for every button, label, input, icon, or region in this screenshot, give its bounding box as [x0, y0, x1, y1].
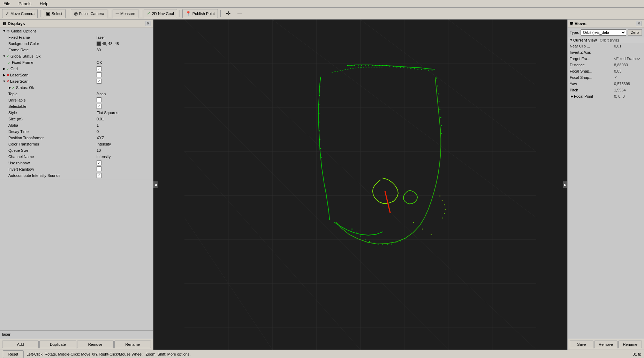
views-save-button[interactable]: Save	[570, 341, 593, 348]
toolbar-separator-6	[220, 10, 221, 17]
size-value: 0,01	[97, 117, 152, 121]
autocompute-checkbox[interactable]	[97, 173, 152, 178]
focal-point-row[interactable]: ▶ Focal Point 0; 0; 0	[568, 93, 644, 99]
views-rename-button[interactable]: Rename	[618, 341, 642, 348]
background-color-label: Background Color	[8, 42, 97, 46]
menu-panels[interactable]: Panels	[16, 1, 33, 7]
selectable-checkbox-box[interactable]	[97, 104, 101, 109]
current-view-type-label: Orbit (rviz)	[600, 38, 619, 42]
laserscan2-checkbox[interactable]	[97, 79, 152, 84]
toolbar-separator-2	[68, 10, 68, 17]
duplicate-button[interactable]: Duplicate	[39, 341, 76, 348]
invert-rainbow-checkbox-box[interactable]	[97, 166, 101, 171]
measure-button[interactable]: ─ Measure	[113, 9, 138, 18]
svg-rect-75	[320, 148, 321, 149]
autocompute-checkbox-box[interactable]	[97, 173, 101, 178]
laserscan2-row[interactable]: ▼ ✕ LaserScan	[0, 78, 153, 84]
fixed-frame-value: laser	[97, 35, 152, 39]
grid-checkbox[interactable]	[97, 66, 152, 71]
displays-buttons-bar: Add Duplicate Remove Rename	[0, 339, 153, 350]
color-transformer-row: Color Transformer Intensity	[0, 141, 153, 147]
global-options-expand[interactable]: ▼	[2, 29, 6, 33]
laserscan2-status-expand[interactable]: ▶	[8, 86, 12, 89]
unreliable-checkbox[interactable]	[97, 97, 152, 103]
menu-file[interactable]: File	[1, 1, 12, 7]
laserscan1-expand[interactable]: ▶	[2, 73, 6, 77]
fixed-frame-status-label: Fixed Frame	[11, 60, 97, 65]
views-type-select[interactable]: Orbit (rviz_defa	[581, 29, 626, 36]
2d-nav-goal-button[interactable]: ✓ 2D Nav Goal	[144, 9, 177, 18]
laserscan1-checkbox-box[interactable]	[97, 72, 101, 77]
svg-rect-49	[439, 102, 440, 103]
laserscan2-expand[interactable]: ▼	[2, 80, 6, 83]
invert-z-row: Invert Z Axis	[568, 49, 644, 55]
svg-rect-25	[361, 65, 362, 66]
selectable-checkbox[interactable]	[97, 104, 152, 109]
empty-space	[0, 179, 153, 330]
remove-button[interactable]: Remove	[77, 341, 114, 348]
svg-rect-58	[387, 244, 388, 245]
extra-plus-button[interactable]: ✛	[223, 9, 233, 18]
bottom-status-bar: Reset Left-Click: Rotate. Middle-Click: …	[0, 350, 644, 358]
channel-name-row: Channel Name intensity	[0, 154, 153, 160]
views-type-row: Type: Orbit (rviz_defa Zero	[568, 28, 644, 37]
svg-rect-46	[436, 77, 437, 79]
focal-point-expand[interactable]: ▶	[570, 95, 574, 98]
focal-shape-size-row: Focal Shap... 0,05	[568, 68, 644, 74]
laserscan1-checkbox[interactable]	[97, 72, 152, 78]
grid-check-icon: ✓	[6, 67, 9, 71]
grid-expand[interactable]: ▶	[2, 67, 6, 70]
decay-time-row: Decay Time 0	[0, 128, 153, 135]
distance-label: Distance	[570, 63, 614, 67]
laserscan2-label: LaserScan	[9, 79, 97, 83]
toolbar-separator-1	[40, 10, 40, 17]
laserscan2-status-row[interactable]: ▶ ✓ Status: Ok	[0, 84, 153, 91]
collapse-left-arrow[interactable]: ◀	[153, 181, 158, 188]
views-remove-button[interactable]: Remove	[594, 341, 618, 348]
focus-camera-button[interactable]: ◎ Focus Camera	[71, 9, 107, 18]
near-clip-row: Near Clip ... 0,01	[568, 43, 644, 49]
queue-size-label: Queue Size	[8, 148, 97, 152]
views-spacer	[568, 188, 644, 339]
menu-help[interactable]: Help	[38, 1, 51, 7]
move-camera-button[interactable]: ⤢ Move Camera	[2, 9, 38, 18]
3d-viewport[interactable]: ◀ ▶	[153, 20, 567, 350]
extra-minus-button[interactable]: —	[235, 9, 245, 18]
views-zero-button[interactable]: Zero	[628, 29, 642, 36]
pitch-label: Pitch	[570, 88, 614, 92]
background-color-row: Background Color 48; 48; 48	[0, 40, 153, 47]
laserscan1-error-icon: ✕	[6, 73, 9, 77]
publish-point-button[interactable]: 📍 Publish Point	[182, 9, 218, 18]
channel-name-value: intensity	[97, 155, 152, 159]
use-rainbow-checkbox[interactable]	[97, 161, 152, 165]
displays-close-button[interactable]: ✕	[145, 21, 151, 26]
displays-icon: 🖥	[2, 21, 6, 26]
global-status-row[interactable]: ▼ ✓ Global Status: Ok	[0, 53, 153, 59]
add-button[interactable]: Add	[2, 341, 39, 348]
select-button[interactable]: ▣ Select	[43, 9, 66, 18]
grid-row[interactable]: ▶ ✓ Grid	[0, 66, 153, 72]
use-rainbow-checkbox-box[interactable]	[97, 161, 101, 165]
views-close-button[interactable]: ✕	[636, 21, 642, 26]
select-label: Select	[52, 12, 62, 16]
laserscan1-row[interactable]: ▶ ✕ LaserScan	[0, 72, 153, 78]
unreliable-checkbox-box[interactable]	[97, 97, 101, 102]
invert-rainbow-checkbox[interactable]	[97, 166, 152, 172]
global-options-row[interactable]: ▼ ⚙ Global Options	[0, 28, 153, 34]
global-status-expand[interactable]: ▼	[2, 54, 6, 58]
laserscan2-checkbox-box[interactable]	[97, 79, 101, 84]
current-view-expand[interactable]: ▼	[569, 38, 573, 42]
svg-rect-31	[382, 65, 384, 66]
collapse-right-arrow[interactable]: ▶	[563, 181, 567, 188]
target-frame-value: <Fixed Frame>	[614, 57, 642, 61]
reset-button[interactable]: Reset	[3, 350, 24, 358]
global-options-label: Global Options	[10, 29, 152, 33]
frame-rate-value: 30	[97, 48, 152, 52]
global-status-label: Global Status: Ok	[10, 54, 152, 58]
current-view-header-row[interactable]: ▼ Current View Orbit (rviz)	[568, 37, 644, 43]
rename-button[interactable]: Rename	[114, 341, 151, 348]
svg-rect-57	[391, 244, 392, 245]
grid-checkbox-box[interactable]	[97, 66, 101, 71]
svg-rect-80	[445, 209, 446, 210]
focal-shape-fixed-row: Focal Shap... ✓	[568, 74, 644, 81]
